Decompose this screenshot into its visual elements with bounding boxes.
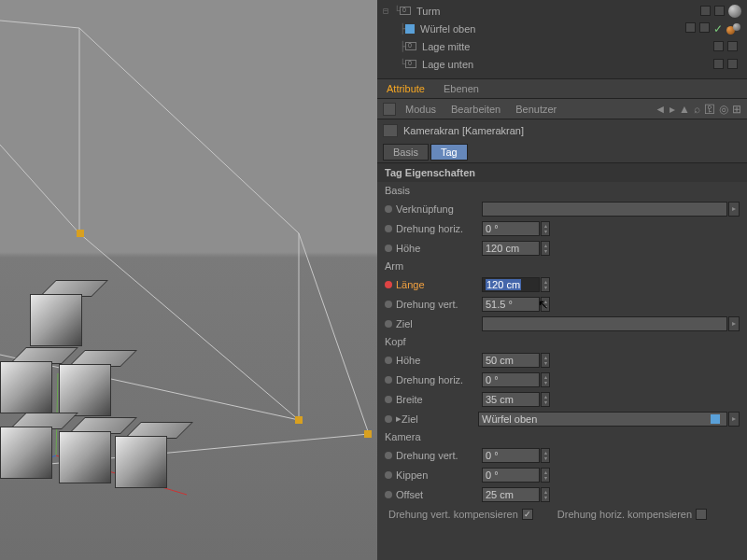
cube-icon: [711, 414, 720, 424]
cube-mesh: [59, 364, 111, 416]
group-basis: Basis: [377, 182, 747, 199]
group-kamera: Kamera: [377, 428, 747, 445]
prop-kippen: Kippen 0 °: [377, 465, 747, 484]
link-field-verknuepfung[interactable]: [482, 202, 727, 217]
prop-drehung-vert-arm: Drehung vert. 51.5 °: [377, 294, 747, 314]
link-picker-icon[interactable]: ▸: [728, 202, 740, 217]
nav-back-icon[interactable]: ◄: [655, 103, 666, 116]
object-hierarchy: ⊟ └ Turm ├ Würfel oben ✓ ├ Lage mitte └ …: [377, 0, 747, 79]
lock-icon[interactable]: ⚿: [704, 103, 715, 116]
link-picker-icon[interactable]: ▸: [728, 412, 740, 427]
handle[interactable]: [77, 230, 84, 237]
nav-fwd-icon[interactable]: ▸: [669, 103, 675, 116]
spinner[interactable]: [541, 221, 550, 236]
camera-crane-icon: [383, 124, 398, 137]
handle[interactable]: [295, 416, 303, 424]
handle[interactable]: [364, 430, 372, 438]
hierarchy-row-lage-unten[interactable]: └ Lage unten: [377, 55, 747, 73]
numeric-field[interactable]: 0 °: [482, 221, 540, 236]
subtab-tag[interactable]: Tag: [430, 144, 468, 161]
link-picker-icon[interactable]: ▸: [728, 316, 740, 331]
prop-drehung-horiz-basis: Drehung horiz. 0 °: [377, 218, 747, 238]
spinner[interactable]: [541, 297, 550, 312]
hierarchy-label: Lage mitte: [422, 41, 713, 52]
label-comp-vert: Drehung vert. kompensieren: [388, 509, 518, 520]
label-comp-horiz: Drehung horiz. kompensieren: [557, 509, 692, 520]
hierarchy-label: Turm: [416, 6, 700, 17]
prop-breite-kopf: Breite 35 cm: [377, 389, 747, 409]
link-field-ziel-kopf[interactable]: Würfel oben: [478, 412, 727, 427]
prop-ziel-kopf: ▸Ziel Würfel oben ▸: [377, 409, 747, 428]
group-kopf: Kopf: [377, 333, 747, 350]
layer-icon: [405, 60, 416, 68]
numeric-field[interactable]: 35 cm: [482, 392, 540, 407]
numeric-field[interactable]: 0 °: [482, 372, 540, 387]
hierarchy-row-wuerfel-oben[interactable]: ├ Würfel oben ✓: [377, 20, 747, 37]
tab-attribute[interactable]: Attribute: [377, 79, 434, 98]
prop-hoehe-kopf: Höhe 50 cm: [377, 350, 747, 370]
numeric-field[interactable]: 25 cm: [482, 487, 540, 502]
numeric-field-laenge[interactable]: 120 cm: [482, 277, 540, 292]
spinner[interactable]: [541, 448, 550, 463]
spinner[interactable]: [541, 277, 550, 292]
checkbox-comp-vert[interactable]: ✓: [522, 509, 533, 520]
spinner[interactable]: [541, 353, 550, 368]
numeric-field[interactable]: 120 cm: [482, 241, 540, 256]
numeric-field[interactable]: 0 °: [482, 468, 540, 483]
hierarchy-row-lage-mitte[interactable]: ├ Lage mitte: [377, 37, 747, 55]
object-name: Kamerakran [Kamerakran]: [403, 125, 524, 136]
menu-bearbeiten[interactable]: Bearbeiten: [445, 104, 506, 115]
spinner[interactable]: [541, 487, 550, 502]
cube-mesh: [115, 436, 167, 488]
menu-modus[interactable]: Modus: [400, 104, 442, 115]
cube-mesh: [59, 431, 111, 483]
spinner[interactable]: [541, 372, 550, 387]
panel-tabs: Attribute Ebenen: [377, 79, 747, 99]
menu-benutzer[interactable]: Benutzer: [510, 104, 562, 115]
layer-icon: [400, 7, 411, 15]
numeric-field[interactable]: 50 cm: [482, 353, 540, 368]
checkbox-comp-horiz[interactable]: [696, 509, 707, 520]
search-icon[interactable]: ⌕: [694, 103, 700, 116]
section-title: Tag Eigenschaften: [377, 162, 747, 182]
hierarchy-row-turm[interactable]: ⊟ └ Turm: [377, 2, 747, 20]
tab-ebenen[interactable]: Ebenen: [434, 79, 488, 98]
prop-hoehe-basis: Höhe 120 cm: [377, 238, 747, 258]
prop-compensate-row: Drehung vert. kompensieren ✓ Drehung hor…: [377, 504, 747, 524]
object-header: Kamerakran [Kamerakran]: [377, 119, 747, 142]
spinner[interactable]: [541, 241, 550, 256]
hierarchy-label: Lage unten: [422, 59, 713, 70]
attribute-subtabs: Basis Tag: [377, 142, 747, 162]
layer-icon: [405, 42, 416, 50]
subtab-basis[interactable]: Basis: [383, 144, 429, 161]
prop-ziel-arm: Ziel ▸: [377, 314, 747, 333]
target-icon[interactable]: ◎: [719, 103, 728, 116]
sphere-icon: [728, 5, 741, 18]
up-icon[interactable]: ▲: [679, 103, 690, 116]
numeric-field[interactable]: 0 °: [482, 448, 540, 463]
cube-mesh: [30, 294, 82, 346]
group-arm: Arm: [377, 258, 747, 274]
cube-icon: [405, 24, 415, 34]
cube-mesh: [0, 427, 52, 479]
spinner[interactable]: [541, 468, 550, 483]
prop-drehung-vert-kamera: Drehung vert. 0 °: [377, 445, 747, 465]
material-icon: [726, 23, 741, 35]
viewport-3d[interactable]: [0, 0, 377, 560]
prop-offset: Offset 25 cm: [377, 484, 747, 504]
attribute-panel: ⊟ └ Turm ├ Würfel oben ✓ ├ Lage mitte └ …: [377, 0, 747, 560]
prop-laenge: Länge 120 cm: [377, 274, 747, 294]
attribute-toolbar: Modus Bearbeiten Benutzer ◄ ▸ ▲ ⌕ ⚿ ◎ ⊞: [377, 99, 747, 119]
prop-verknuepfung: Verknüpfung ▸: [377, 199, 747, 218]
new-icon[interactable]: ⊞: [732, 103, 741, 116]
cube-mesh: [0, 361, 52, 413]
prop-drehung-horiz-kopf: Drehung horiz. 0 °: [377, 370, 747, 389]
hierarchy-label: Würfel oben: [420, 23, 685, 35]
spinner[interactable]: [541, 392, 550, 407]
mode-icon[interactable]: [383, 103, 396, 116]
numeric-field[interactable]: 51.5 °: [482, 297, 540, 312]
link-field-ziel-arm[interactable]: [482, 316, 727, 331]
